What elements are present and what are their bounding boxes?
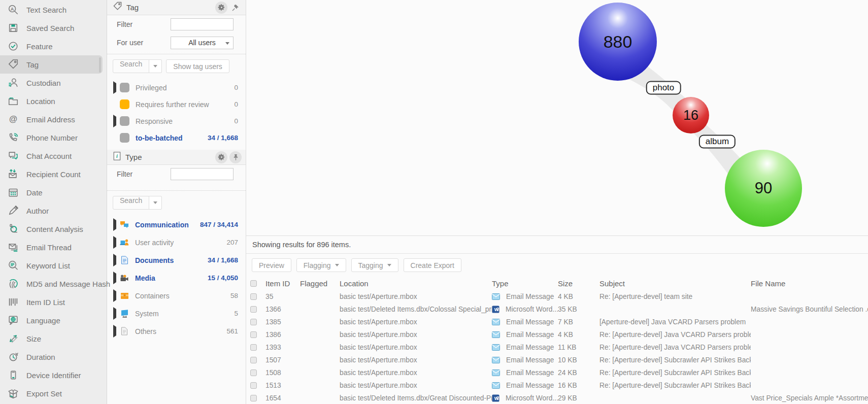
type-filter-input[interactable] [171, 168, 233, 180]
column-header-size[interactable]: Size [558, 279, 599, 288]
type-row-user-activity[interactable]: User activity207 [107, 233, 246, 251]
cell-type: Email Message [492, 331, 558, 339]
type-row-others[interactable]: Others561 [107, 322, 246, 340]
row-checkbox[interactable] [250, 369, 257, 376]
tag-settings-gear-icon[interactable] [215, 2, 227, 14]
column-header-item-id[interactable]: Item ID [265, 279, 300, 288]
saved-search-icon [7, 21, 20, 35]
column-header-flagged[interactable]: Flagged [300, 279, 340, 288]
sidebar-item-chat-account[interactable]: Chat Account [0, 147, 107, 165]
sidebar-item-recipient-count[interactable]: Recipient Count [0, 165, 107, 183]
type-search-button[interactable]: Search [113, 196, 149, 210]
type-row-documents[interactable]: Documents34 / 1,668 [107, 251, 246, 269]
cluster-bubble-16[interactable]: 16 [673, 97, 709, 133]
row-checkbox[interactable] [250, 395, 257, 401]
sidebar-item-content-analysis[interactable]: Content Analysis [0, 220, 107, 238]
type-row-communication[interactable]: Communication847 / 34,414 [107, 216, 246, 233]
row-checkbox[interactable] [250, 331, 257, 338]
tag-for-user-select[interactable]: All users [171, 37, 233, 49]
row-checkbox[interactable] [250, 319, 257, 325]
tag-search-button[interactable]: Search [113, 59, 149, 73]
sidebar-item-size[interactable]: Size [0, 329, 107, 348]
row-checkbox[interactable] [250, 357, 257, 363]
sidebar-item-saved-search[interactable]: Saved Search [0, 19, 107, 37]
type-row-media[interactable]: Media15 / 4,050 [107, 269, 246, 287]
type-row-system[interactable]: System5 [107, 305, 246, 322]
sidebar-item-location[interactable]: Location [0, 92, 107, 110]
expander-triangle-icon[interactable] [113, 117, 118, 126]
table-row-item-1385[interactable]: 1385basic test/Aperture.mboxEmail Messag… [246, 316, 868, 328]
flagging-dropdown-button[interactable]: Flagging [296, 258, 346, 272]
sidebar-item-duration[interactable]: Duration [0, 348, 107, 366]
tag-row-to-be-batched[interactable]: to-be-batched34 / 1,668 [107, 129, 246, 146]
column-header-subject[interactable]: Subject [599, 279, 751, 288]
cell-location: basic test/Deleted Items.dbx/Great Disco… [340, 394, 492, 402]
expander-triangle-icon[interactable] [113, 256, 118, 265]
table-row-item-1393[interactable]: 1393basic test/Aperture.mboxEmail Messag… [246, 341, 868, 354]
tag-pin-icon[interactable] [229, 2, 242, 14]
sidebar-item-item-id-list[interactable]: Item ID List [0, 293, 107, 311]
table-row-item-1386[interactable]: 1386basic test/Aperture.mboxEmail Messag… [246, 328, 868, 341]
sidebar-item-md5-and-message-hash[interactable]: MD5 and Message Hash [0, 275, 107, 293]
sidebar-item-export-set[interactable]: Export Set [0, 384, 107, 402]
table-row-item-1366[interactable]: 1366basic test/Deleted Items.dbx/Colossa… [246, 303, 868, 316]
table-row-item-1507[interactable]: 1507basic test/Aperture.mboxEmail Messag… [246, 354, 868, 366]
sidebar-item-keyword-list[interactable]: Keyword List [0, 256, 107, 275]
table-row-item-35[interactable]: 35basic test/Aperture.mboxEmail Message4… [246, 290, 868, 303]
sidebar-item-language[interactable]: Language [0, 311, 107, 329]
tag-row-privileged[interactable]: Privileged0 [107, 79, 246, 96]
sidebar-item-text-search[interactable]: AText Search [0, 1, 107, 19]
row-checkbox[interactable] [250, 382, 257, 389]
column-header-location[interactable]: Location [340, 279, 492, 288]
column-header-type[interactable]: Type [492, 279, 558, 288]
cluster-link-label-album[interactable]: album [699, 135, 736, 149]
type-search-dropdown-button[interactable] [149, 196, 162, 210]
type-settings-gear-icon[interactable] [215, 151, 227, 163]
user-activity-icon [120, 238, 129, 247]
sidebar-item-date[interactable]: Date [0, 183, 107, 201]
cell-item-id: 1393 [265, 344, 300, 351]
expander-triangle-icon[interactable] [113, 309, 118, 318]
tag-row-requires-further-review[interactable]: Requires further review0 [107, 96, 246, 113]
tag-filter-input[interactable] [171, 18, 233, 30]
show-tag-users-button[interactable]: Show tag users [166, 59, 229, 73]
cell-type-text: Email Message [506, 293, 554, 300]
expander-triangle-icon[interactable] [113, 238, 118, 247]
cell-type: Email Message [492, 344, 558, 351]
row-checkbox[interactable] [250, 306, 257, 313]
type-row-containers[interactable]: Containers58 [107, 287, 246, 305]
sidebar-item-feature[interactable]: Feature [0, 37, 107, 55]
table-row-item-1513[interactable]: 1513basic test/Aperture.mboxEmail Messag… [246, 379, 868, 392]
type-pin-icon[interactable] [229, 151, 242, 163]
tagging-dropdown-button[interactable]: Tagging [351, 258, 398, 272]
table-row-item-1654[interactable]: 1654basic test/Deleted Items.dbx/Great D… [246, 392, 868, 404]
table-header-checkbox-cell [250, 280, 265, 287]
sidebar-scrollbar-thumb[interactable] [99, 57, 101, 73]
expander-triangle-icon[interactable] [113, 274, 118, 283]
sidebar-item-custodian[interactable]: Custodian [0, 74, 107, 92]
table-row-item-1508[interactable]: 1508basic test/Aperture.mboxEmail Messag… [246, 366, 868, 379]
row-checkbox-cell [250, 395, 265, 401]
sidebar-item-device-identifier[interactable]: Device Identifier [0, 366, 107, 384]
sidebar-item-tag[interactable]: Tag [0, 55, 103, 74]
expander-triangle-icon[interactable] [113, 291, 118, 300]
cluster-link-label-photo[interactable]: photo [646, 81, 681, 95]
cluster-bubble-880[interactable]: 880 [579, 3, 657, 81]
sidebar-item-email-thread[interactable]: Email Thread [0, 238, 107, 256]
row-checkbox[interactable] [250, 344, 257, 351]
sidebar-item-author[interactable]: Author [0, 201, 107, 220]
row-checkbox[interactable] [250, 293, 257, 300]
expander-triangle-icon[interactable] [113, 220, 118, 229]
sidebar-item-email-address[interactable]: @Email Address [0, 110, 107, 128]
expander-triangle-icon[interactable] [113, 327, 118, 336]
create-export-button[interactable]: Create Export [404, 258, 461, 272]
expander-triangle-icon[interactable] [113, 83, 118, 92]
preview-button[interactable]: Preview [252, 258, 291, 272]
sidebar-item-phone-number[interactable]: Phone Number [0, 128, 107, 147]
select-all-checkbox[interactable] [250, 280, 257, 287]
cell-item-id: 1366 [265, 306, 300, 313]
tag-row-responsive[interactable]: Responsive0 [107, 113, 246, 129]
column-header-file-name[interactable]: File Name [751, 279, 868, 288]
cluster-bubble-90[interactable]: 90 [725, 150, 802, 227]
tag-search-dropdown-button[interactable] [149, 59, 162, 73]
